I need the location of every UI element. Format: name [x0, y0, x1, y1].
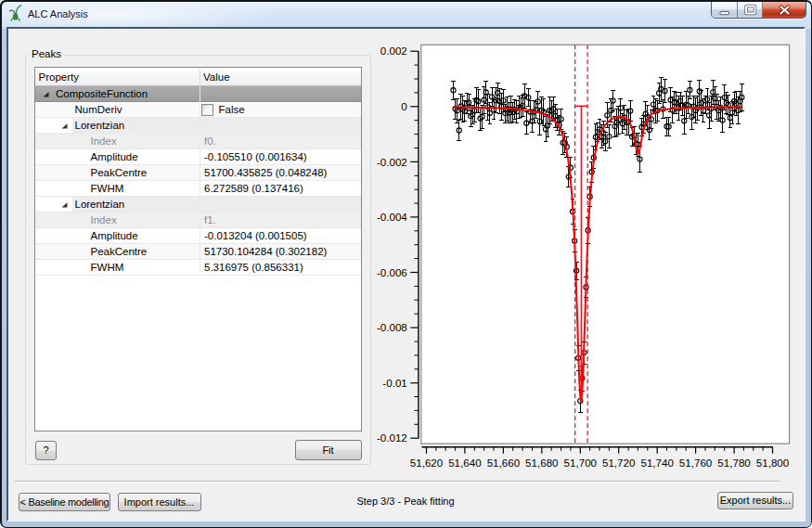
- svg-text:51,760: 51,760: [679, 457, 712, 469]
- svg-text:51,800: 51,800: [756, 457, 789, 469]
- svg-text:-0.002: -0.002: [377, 156, 407, 168]
- svg-text:-0.004: -0.004: [377, 211, 407, 223]
- svg-text:0: 0: [401, 100, 406, 112]
- svg-text:-0.01: -0.01: [382, 377, 406, 389]
- svg-text:0.002: 0.002: [380, 45, 407, 57]
- svg-text:51,740: 51,740: [640, 457, 673, 469]
- svg-text:51,780: 51,780: [717, 457, 750, 469]
- svg-text:51,660: 51,660: [487, 457, 520, 469]
- svg-text:51,640: 51,640: [448, 457, 481, 469]
- svg-text:-0.006: -0.006: [377, 266, 407, 278]
- svg-text:51,620: 51,620: [410, 457, 443, 469]
- svg-text:51,720: 51,720: [602, 457, 635, 469]
- svg-text:51,680: 51,680: [525, 457, 558, 469]
- svg-text:51,700: 51,700: [564, 457, 597, 469]
- svg-text:-0.008: -0.008: [377, 321, 407, 333]
- svg-text:-0.012: -0.012: [377, 431, 407, 444]
